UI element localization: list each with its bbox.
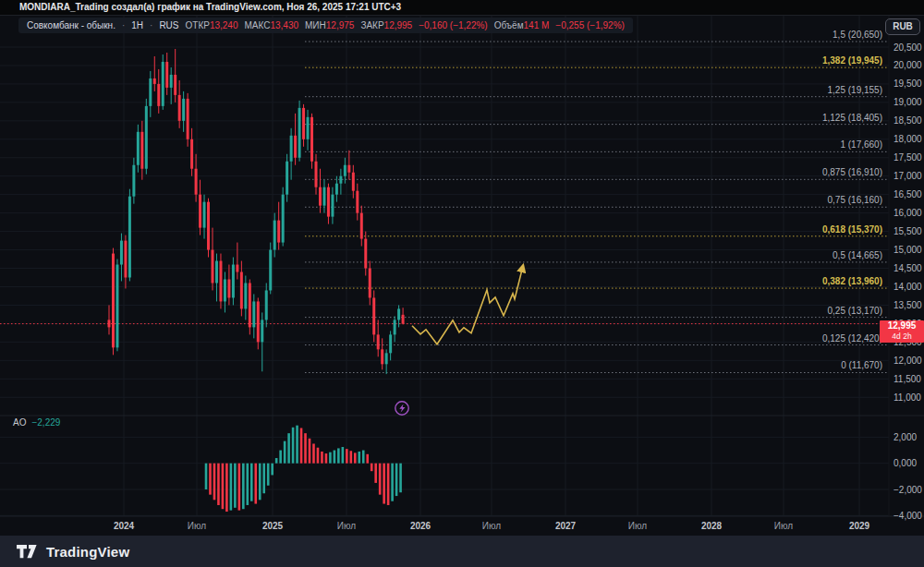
fib-level-label: 0,125 (12,420) — [822, 333, 882, 344]
candle-body — [215, 261, 218, 284]
ao-bar — [242, 464, 245, 510]
attribution-bar: MONDIARA_Trading создал(а) график на Tra… — [0, 0, 924, 16]
candle-body — [187, 99, 189, 139]
price-tick-label: 16,500 — [894, 189, 922, 199]
ao-bar — [230, 464, 233, 511]
zap-reaction-icon[interactable] — [395, 402, 408, 415]
price-tick-label: 13,500 — [894, 300, 922, 310]
candle-body — [178, 95, 181, 121]
ao-bar — [317, 448, 320, 464]
time-axis-label: Июл — [188, 521, 206, 531]
candle-body — [219, 261, 222, 302]
candle-body — [244, 283, 247, 308]
ao-label: AO — [13, 417, 26, 428]
candle-body — [315, 162, 318, 187]
ao-bar — [205, 464, 208, 489]
ao-bar — [287, 433, 290, 464]
ao-bar — [284, 441, 286, 464]
ao-bar — [296, 426, 298, 464]
time-axis-label: 2029 — [849, 521, 870, 531]
candle-body — [369, 269, 371, 298]
ao-bar — [259, 464, 261, 501]
candle-body — [402, 315, 405, 324]
tradingview-logo-icon[interactable] — [17, 545, 39, 559]
price-tick-label: 16,000 — [894, 208, 922, 218]
ao-indicator-legend[interactable]: AO −2,229 — [13, 417, 60, 428]
candle-body — [157, 84, 160, 106]
ao-tick-label: −4,000 — [894, 511, 922, 521]
candle-body — [294, 136, 297, 158]
symbol-info-bar[interactable]: Совкомбанк - обыкн. · 1H · RUS ОТКР13,24… — [18, 18, 633, 33]
price-tick-label: 12,000 — [894, 356, 922, 366]
candle-body — [120, 241, 123, 265]
ao-bar — [379, 464, 382, 495]
candle-body — [112, 254, 115, 348]
candle-body — [322, 187, 325, 206]
candle-body — [381, 349, 383, 364]
fib-level-label: 1,5 (20,650) — [833, 30, 882, 40]
candle-body — [335, 184, 338, 195]
ao-bar — [321, 452, 323, 464]
ao-tick-label: −2,000 — [894, 485, 922, 495]
ao-bar — [358, 452, 360, 464]
ao-bar — [234, 464, 237, 508]
tradingview-snapshot: MONDIARA_Trading создал(а) график на Tra… — [0, 0, 924, 567]
price-tick-label: 20,500 — [894, 42, 922, 53]
ao-histogram-layer[interactable] — [205, 426, 402, 512]
candles-layer[interactable] — [108, 49, 405, 374]
ao-bar — [213, 464, 216, 501]
fib-level-label: 0,618 (15,370) — [822, 224, 882, 235]
ao-bar — [312, 443, 315, 463]
candle-body — [397, 308, 400, 320]
ao-bar — [222, 464, 225, 510]
change-value: −0,160 (−1,22%) — [419, 20, 488, 30]
ao-bar — [238, 464, 241, 511]
price-tick-label: 15,000 — [894, 245, 922, 255]
time-axis-label: Июл — [628, 521, 647, 531]
candle-body — [190, 139, 193, 169]
fib-level-label: 0,875 (16,910) — [822, 167, 882, 177]
price-tick-label: 17,500 — [894, 152, 922, 163]
candlestick-chart[interactable]: 1,5 (20,650)1,382 (19,945)1,25 (19,155)1… — [0, 0, 924, 536]
ao-bar — [271, 464, 274, 476]
ao-bar — [362, 451, 365, 464]
candle-body — [236, 265, 238, 272]
price-tick-label: 18,000 — [894, 134, 922, 144]
volume-field: Объём141 M — [494, 20, 550, 30]
badge-price: 12,995 — [880, 320, 924, 332]
fib-retracement-lines[interactable]: 1,5 (20,650)1,382 (19,945)1,25 (19,155)1… — [305, 30, 889, 372]
currency-button[interactable]: RUB — [885, 18, 920, 35]
current-price-badge[interactable]: 12,995 4d 2h — [880, 320, 924, 343]
separator-dot: · — [150, 20, 152, 30]
candle-body — [269, 250, 272, 291]
ao-bar — [399, 464, 402, 493]
ao-tick-label: 0,000 — [894, 458, 917, 468]
candle-body — [356, 191, 359, 213]
ao-bar — [225, 464, 228, 512]
candle-body — [203, 202, 206, 228]
ao-bar — [292, 428, 295, 464]
tradingview-wordmark[interactable]: TradingView — [46, 544, 129, 560]
separator-dot: · — [122, 20, 125, 30]
candle-body — [347, 165, 350, 173]
time-axis-label: 2025 — [262, 521, 284, 531]
ao-bar — [346, 449, 348, 464]
candle-body — [385, 353, 388, 364]
candle-body — [274, 221, 276, 250]
ao-bar — [383, 464, 385, 504]
exchange-label: RUS — [159, 20, 178, 30]
fib-level-label: 0,382 (13,960) — [822, 276, 882, 286]
ao-bar — [395, 464, 398, 496]
candle-body — [331, 195, 334, 217]
candle-body — [282, 195, 285, 243]
ao-bar — [300, 428, 303, 463]
candle-body — [128, 197, 131, 278]
ohlc-high: МАКС13,430 — [245, 20, 299, 30]
price-tick-label: 19,000 — [894, 97, 922, 107]
candle-body — [252, 301, 255, 327]
ao-bar — [254, 464, 257, 504]
fib-level-label: 0,75 (16,160) — [828, 195, 883, 205]
candle-body — [257, 301, 260, 342]
candle-body — [199, 195, 201, 228]
candle-body — [364, 239, 367, 269]
